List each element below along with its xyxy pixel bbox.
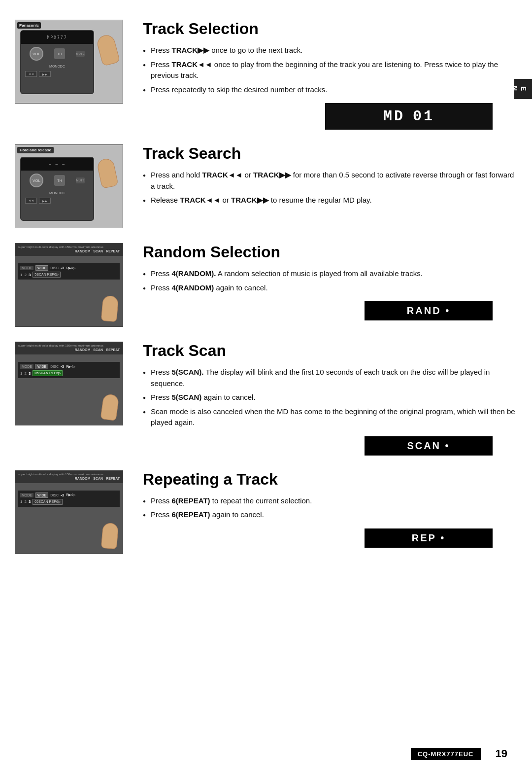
scan-display: SCAN • [143, 436, 517, 456]
section-track-scan: super bright multi-color display with 15… [15, 342, 517, 456]
section-track-search: Hold and release — — — VOL TH MUTE MONOD… [15, 144, 517, 228]
bullet-scan-1: Press 5(SCAN). The display will blink an… [143, 367, 517, 389]
repeating-track-image: super bright multi-color display with 15… [15, 470, 123, 554]
md-label: MD [383, 108, 405, 125]
bullet-ts-2: Press TRACK◄◄ once to play from the begi… [143, 59, 517, 81]
track-scan-content: Track Scan Press 5(SCAN). The display wi… [143, 342, 517, 456]
scan-label-bar: SCAN • [365, 436, 493, 456]
bullet-scan-2: Press 5(SCAN) again to cancel. [143, 392, 517, 403]
track-scan-bullets: Press 5(SCAN). The display will blink an… [143, 367, 517, 428]
track-search-bullets: Press and hold TRACK◄◄ or TRACK▶▶ for mo… [143, 170, 517, 206]
bullet-rand-2: Press 4(RANDOM) again to cancel. [143, 282, 517, 294]
section-repeating-track: super bright multi-color display with 15… [15, 470, 517, 554]
track-selection-image: Panasonic MPX777 VOL TH MUTE MONODC ◄◄ ▶… [15, 20, 123, 104]
bullet-rep-1: Press 6(REPEAT) to repeat the current se… [143, 495, 517, 507]
bullet-tsr-2: Release TRACK◄◄ or TRACK▶▶ to resume the… [143, 195, 517, 206]
repeating-track-content: Repeating a Track Press 6(REPEAT) to rep… [143, 470, 517, 548]
track-scan-title: Track Scan [143, 342, 517, 360]
rep-label-bar: REP • [365, 528, 493, 548]
section-random-selection: super bright multi-color display with 15… [15, 243, 517, 327]
track-selection-bullets: Press TRACK▶▶ once to go to the next tra… [143, 45, 517, 95]
section-track-selection: Panasonic MPX777 VOL TH MUTE MONODC ◄◄ ▶… [15, 20, 517, 130]
track-selection-display: MD 01 [143, 103, 517, 130]
bullet-scan-3: Scan mode is also canceled when the MD h… [143, 406, 517, 428]
bullet-tsr-1: Press and hold TRACK◄◄ or TRACK▶▶ for mo… [143, 170, 517, 192]
repeating-track-bullets: Press 6(REPEAT) to repeat the current se… [143, 495, 517, 521]
track-search-content: Track Search Press and hold TRACK◄◄ or T… [143, 144, 517, 214]
random-selection-content: Random Selection Press 4(RANDOM). A rand… [143, 243, 517, 320]
track-selection-title: Track Selection [143, 20, 517, 38]
track-search-title: Track Search [143, 144, 517, 163]
repeating-track-title: Repeating a Track [143, 470, 517, 489]
track-scan-image: super bright multi-color display with 15… [15, 342, 123, 425]
rep-display: REP • [143, 528, 517, 548]
bullet-ts-1: Press TRACK▶▶ once to go to the next tra… [143, 45, 517, 56]
md-display-box: MD 01 [325, 103, 493, 130]
track-search-image: Hold and release — — — VOL TH MUTE MONOD… [15, 144, 123, 228]
random-selection-bullets: Press 4(RANDOM). A random selection of m… [143, 268, 517, 293]
random-display: RAND • [143, 301, 517, 320]
tab-letter-e: E [519, 86, 528, 92]
model-number: CQ-MRX777EUC [411, 748, 481, 760]
bullet-rep-2: Press 6(REPEAT) again to cancel. [143, 509, 517, 521]
md-number: 01 [413, 108, 434, 125]
bullet-ts-3: Press repeatedly to skip the desired num… [143, 84, 517, 96]
track-selection-content: Track Selection Press TRACK▶▶ once to go… [143, 20, 517, 130]
random-selection-title: Random Selection [143, 243, 517, 261]
rand-label-bar: RAND • [365, 301, 493, 320]
bullet-rand-1: Press 4(RANDOM). A random selection of m… [143, 268, 517, 280]
random-selection-image: super bright multi-color display with 15… [15, 243, 123, 327]
page-number: 19 [496, 747, 507, 760]
page-container: Panasonic MPX777 VOL TH MUTE MONODC ◄◄ ▶… [15, 20, 517, 569]
